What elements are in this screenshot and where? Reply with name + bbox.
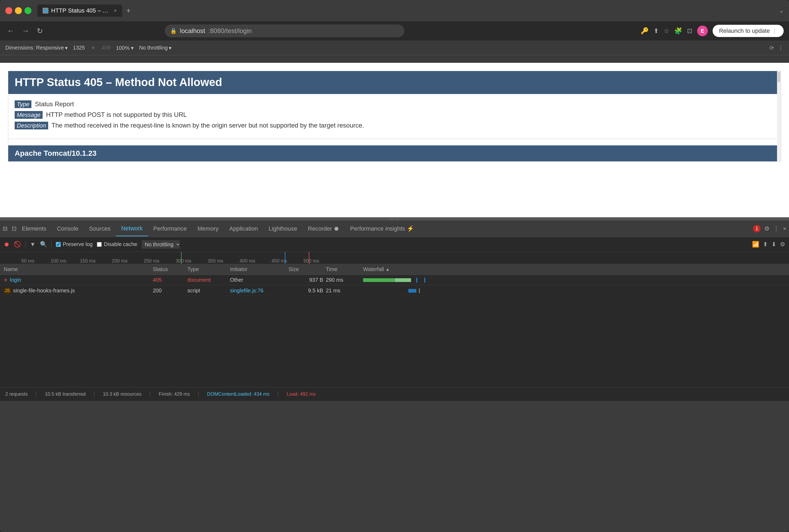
close-traffic-light[interactable] xyxy=(5,7,12,14)
initiator-link[interactable]: singlefile.js:76 xyxy=(230,288,264,293)
tab-application[interactable]: Application xyxy=(224,222,263,236)
preserve-log-input[interactable] xyxy=(56,242,61,247)
row-type-cell: script xyxy=(187,288,230,294)
login-name[interactable]: login xyxy=(10,277,21,283)
table-row[interactable]: JS single-file-hooks-frames.js 200 scrip… xyxy=(0,285,789,296)
timeline-mark-200: 200 ms xyxy=(112,258,128,264)
resources-size: 10.3 kB resources xyxy=(103,392,141,397)
http-description-value: The method received in the request-line … xyxy=(51,122,364,129)
row-time-cell: 21 ms xyxy=(326,288,363,294)
address-path: :8080/test/login xyxy=(208,27,252,35)
column-header-type[interactable]: Type xyxy=(187,266,230,272)
script-name[interactable]: single-file-hooks-frames.js xyxy=(13,288,75,294)
forward-button[interactable]: → xyxy=(20,25,31,37)
dimensions-dropdown[interactable]: Dimensions: Responsive ▾ xyxy=(5,45,68,51)
bookmark-icon[interactable]: ☆ xyxy=(663,27,670,35)
tab-sources[interactable]: Sources xyxy=(83,222,116,236)
upload-icon[interactable]: ⬆ xyxy=(763,241,768,248)
devtools-inspect-icon[interactable]: ⊡ xyxy=(12,225,17,232)
http-message-label: Message xyxy=(15,111,43,119)
preserve-log-checkbox[interactable]: Preserve log xyxy=(56,241,93,247)
devtools-close-icon[interactable]: × xyxy=(783,225,786,232)
http-footer: Apache Tomcat/10.1.23 xyxy=(8,145,781,162)
sort-icon: ▲ xyxy=(385,267,390,272)
address-bar[interactable]: 🔒 localhost:8080/test/login xyxy=(165,24,404,37)
timeline-mark-350: 350 ms xyxy=(208,258,223,264)
column-header-waterfall[interactable]: Waterfall ▲ xyxy=(363,266,785,272)
responsive-more-icon[interactable]: ⋮ xyxy=(778,44,784,51)
tab-performance[interactable]: Performance xyxy=(148,222,192,236)
rotate-icon[interactable]: ⟳ xyxy=(770,45,774,51)
column-header-size[interactable]: Size xyxy=(289,266,326,272)
row-name-cell: ✕ login xyxy=(4,277,153,283)
devtools-more-icon[interactable]: ⋮ xyxy=(773,225,779,232)
load-time: Load: 492 ms xyxy=(287,392,316,397)
responsive-actions: ⟳ ⋮ xyxy=(770,44,784,51)
download-icon[interactable]: ⬇ xyxy=(771,241,776,248)
tab-lighthouse[interactable]: Lighthouse xyxy=(263,222,303,236)
user-avatar[interactable]: E xyxy=(697,25,708,36)
tab-network[interactable]: Network xyxy=(116,221,148,236)
initiator-other: Other xyxy=(230,277,243,283)
active-tab[interactable]: 🌐 HTTP Status 405 – Method N… × xyxy=(37,4,122,17)
column-header-status[interactable]: Status xyxy=(153,266,187,272)
error-count: 1 xyxy=(755,226,758,231)
column-header-initiator[interactable]: Initiator xyxy=(230,266,289,272)
table-row[interactable]: ✕ login 405 document Other 937 B 290 ms xyxy=(0,275,789,285)
column-header-time[interactable]: Time xyxy=(326,266,363,272)
devtools-panel: ⊟ ⊡ Elements Console Sources Network Per… xyxy=(0,220,789,401)
back-button[interactable]: ← xyxy=(5,25,16,37)
clear-button[interactable]: 🚫 xyxy=(14,241,21,248)
extensions-icon[interactable]: 🧩 xyxy=(674,27,682,35)
key-icon[interactable]: 🔑 xyxy=(641,27,649,35)
column-header-name[interactable]: Name xyxy=(4,266,153,272)
filter-button[interactable]: ▼ xyxy=(30,241,36,248)
minimize-traffic-light[interactable] xyxy=(15,7,22,14)
new-tab-button[interactable]: + xyxy=(124,5,133,17)
window-expand-button[interactable]: ⌄ xyxy=(779,7,784,14)
row-initiator-cell: Other xyxy=(230,277,289,283)
tab-elements[interactable]: Elements xyxy=(17,222,52,236)
waterfall-gray-marker xyxy=(419,288,420,293)
page-scrollbar[interactable] xyxy=(777,71,781,162)
search-button[interactable]: 🔍 xyxy=(40,241,47,248)
tab-bar: 🌐 HTTP Status 405 – Method N… × + xyxy=(37,4,776,17)
title-bar: 🌐 HTTP Status 405 – Method N… × + ⌄ xyxy=(0,0,789,21)
online-icon[interactable]: 📶 xyxy=(752,241,759,248)
tab-memory[interactable]: Memory xyxy=(192,222,224,236)
share-icon[interactable]: ⬆ xyxy=(654,27,659,35)
devtools-tab-actions: 1 ⚙ ⋮ × xyxy=(753,225,786,232)
relaunch-button[interactable]: Relaunch to update ⋮ xyxy=(713,25,784,37)
throttle-dropdown[interactable]: No throttling ▾ xyxy=(139,45,171,51)
navigation-bar: ← → ↻ 🔒 localhost:8080/test/login 🔑 ⬆ ☆ … xyxy=(0,21,789,40)
tab-close-button[interactable]: × xyxy=(114,8,117,14)
cast-icon[interactable]: ⊡ xyxy=(687,27,692,35)
zoom-dropdown[interactable]: 100% ▾ xyxy=(116,45,134,51)
devtools-resize-handle[interactable]: — — xyxy=(0,217,789,220)
requests-count: 2 requests xyxy=(5,392,28,397)
tab-performance-insights[interactable]: Performance insights ⚡ xyxy=(345,222,419,236)
throttle-select[interactable]: No throttling Fast 3G Slow 3G Offline xyxy=(141,240,180,249)
devtools-dock-icon[interactable]: ⊟ xyxy=(3,225,7,232)
maximize-traffic-light[interactable] xyxy=(24,7,32,14)
http-type-label: Type xyxy=(15,100,32,108)
tab-console[interactable]: Console xyxy=(52,222,84,236)
disable-cache-input[interactable] xyxy=(97,242,102,247)
record-button[interactable]: ⏺ xyxy=(4,241,9,248)
tab-recorder[interactable]: Recorder ⏺ xyxy=(303,222,345,236)
viewport-width: 1325 xyxy=(73,45,85,51)
row-waterfall-cell xyxy=(363,278,785,283)
timeline-mark-400: 400 ms xyxy=(239,258,255,264)
timeline-red-marker xyxy=(309,252,309,264)
http-type-field: Type Status Report xyxy=(15,100,774,108)
http-title-bar: HTTP Status 405 – Method Not Allowed xyxy=(8,71,781,93)
tab-favicon: 🌐 xyxy=(43,8,49,14)
devtools-settings-icon[interactable]: ⚙ xyxy=(764,225,770,232)
network-settings-icon[interactable]: ⚙ xyxy=(780,241,785,248)
devtools-tab-bar: ⊟ ⊡ Elements Console Sources Network Per… xyxy=(0,221,789,237)
scrollbar-thumb xyxy=(777,72,780,82)
relaunch-menu-icon[interactable]: ⋮ xyxy=(772,28,777,34)
refresh-button[interactable]: ↻ xyxy=(35,25,44,37)
row-type-cell: document xyxy=(187,277,230,283)
disable-cache-checkbox[interactable]: Disable cache xyxy=(97,241,137,247)
